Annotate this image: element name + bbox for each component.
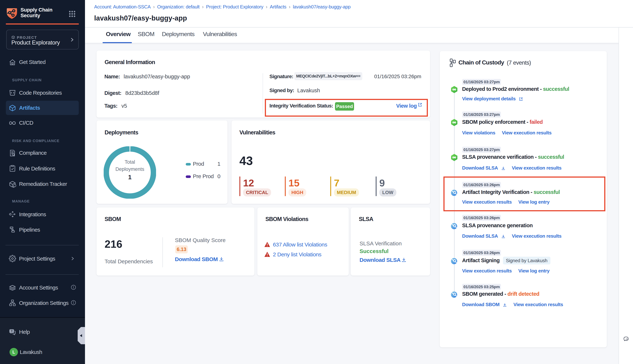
svg-text:?: ? [11,330,13,333]
